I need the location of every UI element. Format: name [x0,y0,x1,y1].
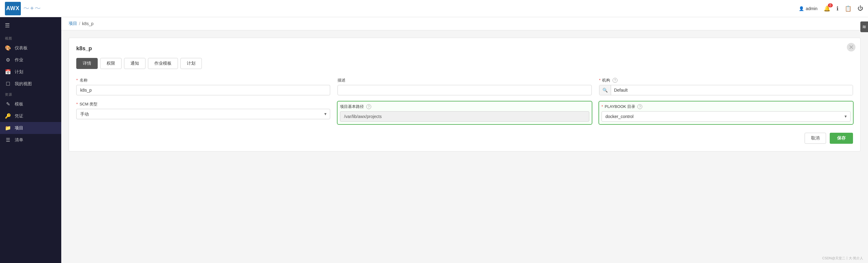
playbook-dir-select-wrapper: docker_control k8s ansible ▼ [601,111,850,122]
admin-user-button[interactable]: 👤 admin [799,6,817,11]
scm-type-field-group: * SCM 类型 手动 Git SVN Mercurial Insights [76,101,330,124]
user-icon: 👤 [799,6,804,11]
description-label: 描述 [338,78,591,83]
sidebar-item-my-views-label: 我的视图 [15,81,32,87]
sidebar-item-templates-label: 模板 [15,101,23,107]
hamburger-icon: ☰ [5,22,10,29]
form-row-1: * 名称 描述 * [76,78,853,95]
schedules-icon: 📅 [5,69,11,75]
project-base-path-field-group: 项目基本路径 ? [338,101,591,124]
right-panel-toggle-button[interactable]: ≋ [860,22,868,32]
name-field-group: * 名称 [76,78,330,95]
sidebar-item-credentials-label: 凭证 [15,113,23,119]
sidebar-item-schedules[interactable]: 📅 计划 [0,66,61,78]
playbook-dir-select[interactable]: docker_control k8s ansible [601,111,850,122]
sidebar-item-credentials[interactable]: 🔑 凭证 [0,110,61,122]
tab-permissions[interactable]: 权限 [100,58,122,69]
info-icon[interactable]: ℹ [836,5,839,12]
logo-area: AWX 〜✦〜 [5,2,41,15]
form-row-2: * SCM 类型 手动 Git SVN Mercurial Insights [76,101,853,124]
inventory-icon: ☰ [5,137,11,143]
sidebar-item-projects[interactable]: 📁 项目 [0,122,61,134]
playbook-dir-help-icon[interactable]: ? [638,104,642,109]
copy-icon[interactable]: 📋 [845,5,851,12]
scm-type-required-marker: * [76,102,78,106]
sidebar-item-templates[interactable]: ✎ 模板 [0,98,61,110]
form-actions: 取消 保存 [76,133,853,144]
top-header: AWX 〜✦〜 👤 admin 🔔 0 ℹ 📋 ⏻ [0,0,868,17]
sidebar-section-resources: 资源 [0,90,61,98]
dashboard-icon: 🎨 [5,45,11,51]
card-title: k8s_p [76,46,853,52]
name-input[interactable] [76,85,330,95]
logo-text: AWX [6,5,20,12]
logo-wings-icon: 〜✦〜 [23,4,41,12]
project-base-path-label: 项目基本路径 ? [340,104,589,110]
sidebar-item-inventory[interactable]: ☰ 清单 [0,134,61,146]
name-label: * 名称 [76,78,330,83]
logo-box: AWX [5,2,21,15]
sidebar-section-views: 视图 [0,34,61,42]
power-icon[interactable]: ⏻ [858,5,863,12]
playbook-dir-label: * PLAYBOOK 目录 ? [601,104,850,110]
org-search-input[interactable] [611,85,853,95]
tab-notifications[interactable]: 通知 [124,58,146,69]
footer-watermark: CSDN@天堂二丨大·简介人 [823,256,863,261]
scm-type-select-wrapper: 手动 Git SVN Mercurial Insights ▼ [76,109,330,119]
notification-badge: 0 [828,3,833,7]
sidebar-item-my-views[interactable]: ☐ 我的视图 [0,78,61,90]
playbook-dir-required-marker: * [601,104,603,109]
card-close-button[interactable]: ✕ [847,43,856,52]
save-button[interactable]: 保存 [830,133,853,144]
layout: ☰ 视图 🎨 仪表板 ⚙ 作业 📅 计划 ☐ 我的视图 资源 ✎ 模板 🔑 凭证 [0,17,868,263]
scm-type-select[interactable]: 手动 Git SVN Mercurial Insights [76,109,330,119]
notification-bell-button[interactable]: 🔔 0 [824,5,830,12]
templates-icon: ✎ [5,101,11,107]
name-required-marker: * [76,78,78,83]
jobs-icon: ⚙ [5,57,11,63]
admin-label-text: admin [806,6,817,11]
breadcrumb-current: k8s_p [82,21,93,26]
tab-job-templates[interactable]: 作业模板 [148,58,178,69]
playbook-dir-field-group: * PLAYBOOK 目录 ? docker_control k8s ansib… [599,101,853,124]
sidebar-item-projects-label: 项目 [15,125,23,131]
sidebar-toggle-button[interactable]: ☰ [0,17,61,34]
breadcrumb-parent-link[interactable]: 项目 [69,21,77,26]
credentials-icon: 🔑 [5,113,11,119]
org-field-group: * 机构 ? 🔍 [599,78,853,95]
breadcrumb: 项目 / k8s_p [61,17,868,30]
sidebar-item-dashboard-label: 仪表板 [15,46,28,51]
org-search-icon-button[interactable]: 🔍 [599,85,611,95]
org-required-marker: * [599,78,600,83]
cancel-button[interactable]: 取消 [805,133,826,144]
org-search-wrapper: 🔍 [599,85,853,95]
sidebar-item-inventory-label: 清单 [15,137,23,143]
page-body: k8s_p ✕ 详情 权限 通知 作业模板 计划 * 名称 [61,30,868,159]
sidebar: ☰ 视图 🎨 仪表板 ⚙ 作业 📅 计划 ☐ 我的视图 资源 ✎ 模板 🔑 凭证 [0,17,61,263]
sidebar-item-jobs[interactable]: ⚙ 作业 [0,54,61,66]
main-content: 项目 / k8s_p ≋ k8s_p ✕ 详情 权限 通知 作业模板 计划 [61,17,868,263]
project-base-path-help-icon[interactable]: ? [366,104,371,109]
tab-details[interactable]: 详情 [76,58,98,69]
sidebar-item-jobs-label: 作业 [15,57,23,63]
tabs: 详情 权限 通知 作业模板 计划 [76,58,853,69]
org-label: * 机构 ? [599,78,853,83]
header-actions: 👤 admin 🔔 0 ℹ 📋 ⏻ [799,5,863,12]
scm-type-label: * SCM 类型 [76,101,330,107]
breadcrumb-separator: / [79,21,80,26]
sidebar-item-dashboard[interactable]: 🎨 仪表板 [0,42,61,54]
description-input[interactable] [338,85,591,95]
project-base-path-input [340,111,589,122]
tab-schedules[interactable]: 计划 [180,58,202,69]
org-help-icon[interactable]: ? [613,78,617,83]
projects-icon: 📁 [5,125,11,131]
description-field-group: 描述 [338,78,591,95]
sidebar-item-schedules-label: 计划 [15,69,23,75]
detail-card: k8s_p ✕ 详情 权限 通知 作业模板 计划 * 名称 [69,38,861,151]
right-panel-icon: ≋ [862,24,866,29]
my-views-icon: ☐ [5,81,11,87]
